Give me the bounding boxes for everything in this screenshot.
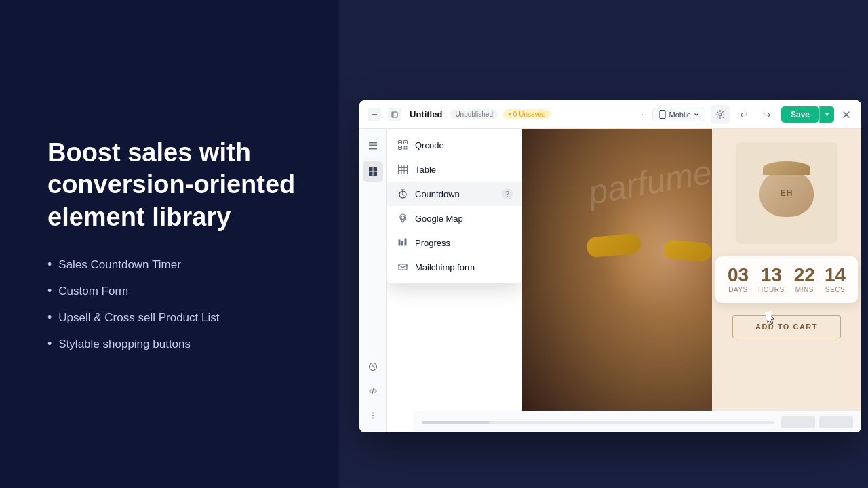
- editor-bottombar: [414, 411, 861, 432]
- secs-number: 14: [825, 266, 846, 285]
- svg-point-33: [401, 216, 405, 220]
- dropdown-label: Progress: [415, 238, 450, 248]
- countdown-hours: 13 Hours: [758, 266, 785, 293]
- code-icon: [368, 386, 378, 396]
- product-cream: EH: [760, 169, 814, 217]
- countdown-timer: 03 Days 13 Hours 22 Mins 14: [715, 256, 858, 303]
- more-icon: [368, 411, 378, 420]
- product-brand: EH: [781, 188, 793, 198]
- dropdown-item-countdown[interactable]: Countdown ?: [387, 182, 522, 206]
- days-number: 03: [728, 266, 749, 285]
- redo-button[interactable]: ↪: [758, 106, 776, 123]
- zoom-controls: [781, 416, 853, 428]
- svg-rect-20: [405, 142, 406, 143]
- sidebar-clock-icon[interactable]: [363, 357, 383, 377]
- countdown-icon: [397, 188, 408, 199]
- svg-rect-2: [392, 112, 394, 117]
- svg-rect-11: [369, 172, 373, 176]
- help-icon[interactable]: ?: [502, 188, 513, 199]
- dropdown-label: Qrcode: [415, 140, 444, 150]
- dropdown-item-progress[interactable]: Progress: [387, 230, 522, 255]
- feature-text: Upsell & Cross sell Product List: [58, 311, 219, 325]
- product-section: EH 03 Days 13 Hours: [712, 129, 861, 432]
- list-item: Stylable shopping buttons: [47, 337, 298, 351]
- editor-sidebar: [359, 129, 387, 432]
- svg-rect-35: [401, 241, 403, 246]
- panel-button[interactable]: [388, 108, 401, 121]
- sidebar-blocks-icon[interactable]: [363, 161, 383, 182]
- sidebar-code-icon[interactable]: [363, 381, 383, 401]
- page-canvas: parfume EH: [522, 129, 861, 432]
- product-cream-container: EH: [760, 169, 814, 217]
- device-selector[interactable]: Mobile: [652, 108, 705, 121]
- dropdown-label: Table: [415, 165, 436, 175]
- svg-point-16: [372, 418, 374, 419]
- hero-title: Boost sales with conversion-oriented ele…: [47, 137, 298, 234]
- secs-label: Secs: [825, 286, 845, 293]
- dropdown-item-qrcode[interactable]: Qrcode: [387, 133, 522, 157]
- dropdown-item-mailchimp[interactable]: Mailchimp form: [387, 255, 522, 279]
- list-item: Sales Countdown Timer: [47, 258, 298, 272]
- dropdown-label: Mailchimp form: [415, 262, 475, 272]
- clock-icon: [368, 362, 378, 371]
- mins-label: Mins: [795, 286, 814, 293]
- svg-rect-37: [399, 264, 407, 270]
- collapse-button[interactable]: [368, 108, 381, 121]
- settings-button[interactable]: [711, 105, 730, 124]
- product-image-container: EH: [736, 142, 837, 244]
- svg-rect-7: [369, 145, 377, 147]
- device-label: Mobile: [669, 110, 691, 119]
- topbar-dots: ·: [641, 107, 644, 121]
- sidebar-more-icon[interactable]: [363, 405, 383, 426]
- table-icon: [397, 164, 408, 175]
- qrcode-icon: [397, 140, 408, 150]
- hours-label: Hours: [758, 286, 785, 293]
- zoom-out-button[interactable]: [781, 416, 815, 428]
- hours-number: 13: [761, 266, 782, 285]
- editor-content: Qrcode Table: [387, 129, 861, 432]
- svg-rect-25: [404, 148, 406, 150]
- save-button-group[interactable]: Save ▾: [781, 106, 834, 123]
- dropdown-label: Google Map: [415, 214, 463, 224]
- svg-rect-24: [406, 146, 408, 148]
- svg-point-14: [372, 413, 374, 414]
- gear-icon: [715, 110, 725, 119]
- feature-text: Custom Form: [58, 285, 128, 298]
- svg-point-5: [719, 113, 722, 116]
- svg-rect-27: [399, 165, 408, 174]
- scroll-track[interactable]: [422, 421, 774, 424]
- left-panel: Boost sales with conversion-oriented ele…: [0, 0, 339, 488]
- undo-button[interactable]: ↩: [735, 106, 753, 123]
- scroll-thumb: [422, 421, 490, 424]
- zoom-in-button[interactable]: [819, 416, 853, 428]
- product-cream-lid: [763, 161, 810, 175]
- unsaved-badge: 0 Unsaved: [503, 109, 551, 119]
- countdown-days: 03 Days: [728, 266, 749, 293]
- add-to-cart-button[interactable]: ADD TO CART: [732, 315, 841, 338]
- svg-rect-22: [399, 147, 401, 148]
- sidebar-layers-icon[interactable]: [363, 136, 383, 156]
- svg-rect-34: [399, 240, 401, 246]
- progress-icon: [397, 237, 408, 248]
- chevron-down-icon: [694, 112, 699, 117]
- dropdown-item-table[interactable]: Table: [387, 157, 522, 182]
- mail-icon: [397, 262, 408, 272]
- blocks-icon: [368, 167, 378, 176]
- editor-window: Untitled Unpublished 0 Unsaved · Mobile: [359, 100, 861, 432]
- svg-rect-23: [404, 146, 406, 148]
- svg-rect-8: [369, 148, 377, 150]
- unpublished-badge: Unpublished: [450, 109, 498, 119]
- close-button[interactable]: [840, 108, 853, 121]
- save-button[interactable]: Save: [781, 106, 819, 123]
- svg-rect-36: [405, 239, 407, 246]
- save-dropdown-button[interactable]: ▾: [819, 106, 834, 123]
- right-panel: Untitled Unpublished 0 Unsaved · Mobile: [339, 0, 868, 488]
- cursor: [766, 312, 777, 325]
- svg-point-4: [662, 116, 663, 117]
- svg-rect-12: [373, 172, 377, 176]
- list-item: Upsell & Cross sell Product List: [47, 310, 298, 325]
- svg-rect-0: [372, 114, 377, 115]
- dropdown-item-googlemap[interactable]: Google Map: [387, 206, 522, 230]
- dropdown-label: Countdown: [415, 189, 460, 199]
- eye-patch-right: [663, 239, 712, 262]
